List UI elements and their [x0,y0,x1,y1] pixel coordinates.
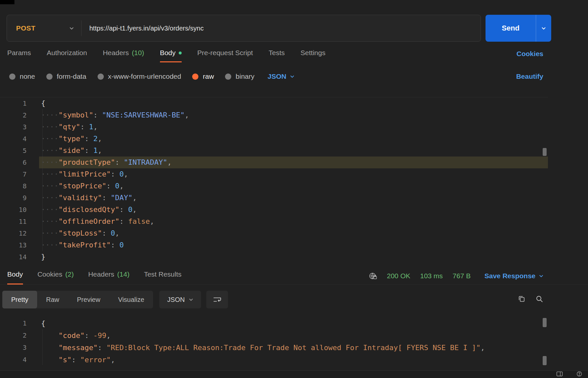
editor-scrollbar-thumb[interactable] [543,148,547,156]
method-label: POST [16,24,35,32]
code-line-12[interactable]: 12····"stopLoss": 0, [0,227,548,239]
request-tab-authorization[interactable]: Authorization [47,49,87,62]
radio-icon [225,74,231,80]
view-raw[interactable]: Raw [37,291,68,308]
body-language-select[interactable]: JSON [268,73,294,80]
url-input[interactable]: https://api-t1.fyers.in/api/v3/orders/sy… [81,25,204,32]
layout-panes-button[interactable] [556,371,563,378]
view-pretty[interactable]: Pretty [2,291,37,308]
network-globe-icon [369,272,377,280]
view-preview[interactable]: Preview [68,291,109,308]
response-scrollbar-thumb[interactable] [543,356,547,365]
code-line-6[interactable]: 6····"productType": "INTRADAY", [0,157,548,168]
chevron-down-icon [189,298,193,301]
line-number: 9 [0,192,39,204]
chevron-down-icon [541,27,546,30]
code-text: ····"stopLoss": 0, [39,227,548,239]
code-line-3[interactable]: 3 "message": "RED:Block Type:ALL Reason:… [0,342,548,354]
code-line-9[interactable]: 9····"validity": "DAY", [0,192,548,204]
url-bar: POST https://api-t1.fyers.in/api/v3/orde… [7,15,481,42]
code-line-14[interactable]: 14} [0,251,548,263]
line-number: 5 [0,145,39,157]
body-mode-row: noneform-datax-www-form-urlencodedrawbin… [9,69,543,84]
tab-label: Tests [269,49,285,57]
indent-guide [42,109,43,251]
code-text: ····"type": 2, [39,133,548,145]
response-language-select[interactable]: JSON [159,291,201,308]
line-number: 4 [0,133,39,145]
tab-label: Params [7,49,31,57]
code-line-13[interactable]: 13····"takeProfit": 0 [0,239,548,251]
request-tab-settings[interactable]: Settings [301,49,326,62]
code-text: "message": "RED:Block Type:ALL Reason:Tr… [39,342,548,354]
response-tab-cookies[interactable]: Cookies(2) [37,270,74,284]
code-line-5[interactable]: 5····"side": 1, [0,145,548,157]
body-mode-form-data[interactable]: form-data [46,73,86,80]
cookies-link[interactable]: Cookies [516,50,543,62]
code-line-4[interactable]: 4 "s": "error", [0,354,548,366]
response-tab-body[interactable]: Body [7,270,23,284]
code-text: ····"limitPrice": 0, [39,168,548,180]
search-icon [535,295,543,303]
response-scrollbar-thumb[interactable] [543,318,547,327]
tab-label: Settings [301,49,326,57]
wrap-lines-button[interactable] [206,291,228,308]
code-line-3[interactable]: 3····"qty": 1, [0,121,548,133]
tab-count: (14) [117,270,129,278]
response-view-switcher: PrettyRawPreviewVisualize [2,291,153,308]
request-body-editor[interactable]: 1{2····"symbol": "NSE:SARVESHWAR-BE",3··… [0,97,548,263]
copy-button[interactable] [518,295,526,304]
tab-label: Body [160,49,176,57]
radio-icon [192,74,198,80]
save-response-button[interactable]: Save Response [485,272,543,280]
request-url-row: POST https://api-t1.fyers.in/api/v3/orde… [7,15,551,42]
request-tabs: ParamsAuthorizationHeaders(10)BodyPre-re… [7,49,326,62]
view-visualize[interactable]: Visualize [109,291,153,308]
tab-label: Authorization [47,49,87,57]
send-button[interactable]: Send [486,15,551,42]
response-tab-test-results[interactable]: Test Results [144,270,181,284]
code-line-8[interactable]: 8····"stopPrice": 0, [0,180,548,192]
body-mode-raw[interactable]: raw [192,73,214,80]
search-button[interactable] [535,295,543,304]
response-tabs: BodyCookies(2)Headers(14)Test Results [7,270,182,284]
beautify-link[interactable]: Beautify [516,73,543,80]
response-tab-headers[interactable]: Headers(14) [88,270,129,284]
line-number: 7 [0,168,39,180]
line-number: 8 [0,180,39,192]
code-text: ····"qty": 1, [39,121,548,133]
method-select[interactable]: POST [7,15,81,41]
help-button[interactable] [577,371,582,378]
send-options-button[interactable] [536,15,551,42]
request-tab-headers[interactable]: Headers(10) [103,49,144,62]
request-tab-tests[interactable]: Tests [269,49,285,62]
code-line-2[interactable]: 2 "code": -99, [0,329,548,342]
request-tab-params[interactable]: Params [7,49,31,62]
request-tab-pre-request-script[interactable]: Pre-request Script [197,49,253,62]
mode-label: none [20,73,35,80]
body-mode-binary[interactable]: binary [225,73,254,80]
code-line-1[interactable]: 1{ [0,97,548,109]
line-number: 2 [0,109,39,121]
response-header: BodyCookies(2)Headers(14)Test Results 20… [0,263,588,285]
response-actions [518,295,543,304]
code-line-1[interactable]: 1{ [0,317,548,329]
tab-label: Pre-request Script [197,49,253,57]
body-mode-x-www-form-urlencoded[interactable]: x-www-form-urlencoded [98,73,181,80]
code-line-7[interactable]: 7····"limitPrice": 0, [0,168,548,180]
response-body-viewer[interactable]: 1{2 "code": -99,3 "message": "RED:Block … [0,317,548,366]
line-number: 12 [0,227,39,239]
code-text: ····"stopPrice": 0, [39,180,548,192]
chevron-down-icon [69,27,74,30]
code-line-2[interactable]: 2····"symbol": "NSE:SARVESHWAR-BE", [0,109,548,121]
body-mode-none[interactable]: none [9,73,35,80]
line-number: 4 [0,354,39,366]
request-tab-body[interactable]: Body [160,49,182,62]
send-label[interactable]: Send [486,15,536,42]
code-line-10[interactable]: 10····"disclosedQty": 0, [0,204,548,216]
tab-count: (10) [132,49,144,57]
tab-label: Headers [88,270,114,278]
code-line-4[interactable]: 4····"type": 2, [0,133,548,145]
tab-label: Headers [103,49,129,57]
code-line-11[interactable]: 11····"offlineOrder": false, [0,216,548,227]
